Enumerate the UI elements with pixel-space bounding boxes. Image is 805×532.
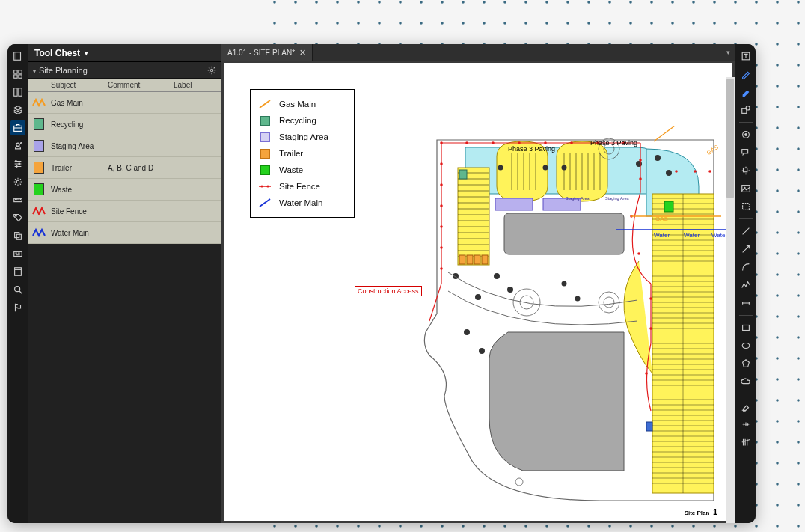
chevron-down-icon: ▾ — [85, 49, 88, 57]
settings-gear-icon[interactable] — [10, 174, 25, 189]
tool-row[interactable]: Gas Main — [28, 92, 221, 114]
svg-point-88 — [746, 106, 750, 110]
tool-chest-icon[interactable] — [10, 120, 25, 135]
shapes-tool-icon[interactable] — [738, 103, 753, 117]
dimension-tool-icon[interactable] — [738, 296, 753, 311]
properties-icon[interactable] — [10, 156, 25, 171]
tool-row[interactable]: Water Main — [28, 222, 221, 244]
svg-point-59 — [498, 165, 503, 171]
column-comment[interactable]: Comment — [108, 79, 174, 91]
svg-point-12 — [15, 161, 16, 162]
document-tab[interactable]: A1.01 - SITE PLAN* ✕ — [221, 44, 313, 61]
measurements-icon[interactable] — [10, 192, 25, 207]
svg-point-62 — [440, 141, 443, 144]
svg-rect-8 — [18, 88, 21, 97]
legend-box: Gas MainRecyclingStaging AreaTrailerWast… — [250, 89, 355, 218]
note-tool-icon[interactable] — [738, 127, 753, 142]
svg-point-71 — [518, 141, 521, 144]
highlighter-tool-icon[interactable] — [738, 85, 753, 100]
svg-point-47 — [515, 478, 523, 486]
tab-menu-chevron-icon[interactable]: ▾ — [726, 49, 730, 56]
svg-point-13 — [18, 163, 19, 165]
svg-point-50 — [494, 273, 500, 279]
svg-rect-36 — [467, 255, 473, 264]
layers-icon[interactable] — [10, 103, 25, 117]
panel-category-row[interactable]: ▾Site Planning — [28, 62, 221, 79]
thumbnails-grid-icon[interactable] — [10, 67, 25, 82]
image-tool-icon[interactable] — [738, 181, 753, 196]
polyline-tool-icon[interactable] — [738, 278, 753, 293]
pen-tool-icon[interactable] — [738, 67, 753, 82]
measure-tool-icon[interactable] — [738, 417, 753, 432]
legend-symbol — [258, 99, 272, 109]
spaces-icon[interactable] — [10, 138, 25, 153]
keyboard-icon[interactable] — [10, 246, 25, 261]
panel-title-bar[interactable]: Tool Chest ▾ — [28, 44, 221, 62]
svg-rect-31 — [495, 198, 533, 210]
line-tool-icon[interactable] — [738, 224, 753, 239]
tool-subject: Site Fence — [49, 207, 108, 215]
tool-subject: Gas Main — [49, 99, 108, 107]
flag-icon[interactable] — [10, 300, 25, 315]
legend-row: Waste — [258, 162, 346, 178]
legend-row: Water Main — [258, 195, 346, 211]
svg-point-79 — [637, 252, 640, 255]
tool-subject: Water Main — [49, 229, 108, 237]
svg-rect-6 — [18, 75, 21, 78]
tags-icon[interactable] — [10, 210, 25, 225]
crop-tool-icon[interactable] — [738, 199, 753, 214]
svg-point-53 — [575, 296, 581, 302]
callout-tool-icon[interactable] — [738, 145, 753, 160]
cloud-tool-icon[interactable] — [738, 374, 753, 389]
arc-tool-icon[interactable] — [738, 260, 753, 275]
canvas-viewport[interactable]: Gas MainRecyclingStaging AreaTrailerWast… — [221, 61, 735, 523]
tool-chest-panel: Tool Chest ▾ ▾Site Planning Subject Comm… — [28, 44, 221, 523]
tool-row[interactable]: Waste — [28, 179, 221, 201]
column-subject[interactable]: Subject — [49, 79, 108, 91]
legend-row: Site Fence — [258, 178, 346, 195]
annotation-phase3-a: Phase 3 Paving — [590, 139, 637, 147]
panel-title-text: Tool Chest — [34, 48, 80, 58]
svg-rect-91 — [741, 150, 747, 153]
ellipse-tool-icon[interactable] — [738, 338, 753, 353]
gear-icon[interactable] — [206, 65, 217, 76]
annotation-staging-b: Staging Area — [605, 196, 629, 201]
legend-label: Gas Main — [279, 100, 316, 108]
svg-point-84 — [694, 170, 697, 173]
right-toolbar — [735, 44, 756, 523]
scrollbar-thumb[interactable] — [726, 79, 734, 198]
search-icon[interactable] — [10, 282, 25, 297]
count-tool-icon[interactable] — [738, 435, 753, 450]
svg-line-24 — [260, 100, 270, 108]
svg-rect-5 — [13, 75, 16, 78]
polygon-tool-icon[interactable] — [738, 356, 753, 371]
annotation-water-c: Water — [711, 232, 727, 239]
tool-row[interactable]: Recycling — [28, 114, 221, 135]
vertical-scrollbar[interactable] — [726, 77, 735, 523]
tool-subject: Trailer — [49, 164, 108, 172]
arrow-tool-icon[interactable] — [738, 242, 753, 257]
svg-rect-20 — [13, 251, 22, 256]
file-panels-icon[interactable] — [10, 49, 25, 64]
stamp-tool-icon[interactable] — [738, 163, 753, 178]
svg-point-83 — [675, 170, 678, 173]
eraser-tool-icon[interactable] — [738, 399, 753, 414]
svg-rect-87 — [741, 108, 746, 113]
svg-rect-39 — [646, 422, 652, 431]
bookmarks-icon[interactable] — [10, 85, 25, 100]
column-label[interactable]: Label — [174, 79, 221, 91]
tool-row[interactable]: TrailerA, B, C and D — [28, 157, 221, 179]
tool-row[interactable]: Site Fence — [28, 201, 221, 222]
document-tab-label: A1.01 - SITE PLAN* — [227, 49, 295, 57]
site-plan-drawing — [414, 126, 732, 516]
close-icon[interactable]: ✕ — [299, 48, 306, 58]
drawing-canvas[interactable]: Gas MainRecyclingStaging AreaTrailerWast… — [224, 63, 732, 521]
text-tool-icon[interactable] — [738, 49, 753, 64]
tool-row[interactable]: Staging Area — [28, 135, 221, 157]
rectangle-tool-icon[interactable] — [738, 320, 753, 335]
annotation-construction-access: Construction Access — [355, 286, 422, 296]
sheets-icon[interactable] — [10, 264, 25, 279]
legend-symbol — [258, 181, 272, 192]
svg-point-76 — [639, 159, 642, 162]
copy-icon[interactable] — [10, 228, 25, 243]
